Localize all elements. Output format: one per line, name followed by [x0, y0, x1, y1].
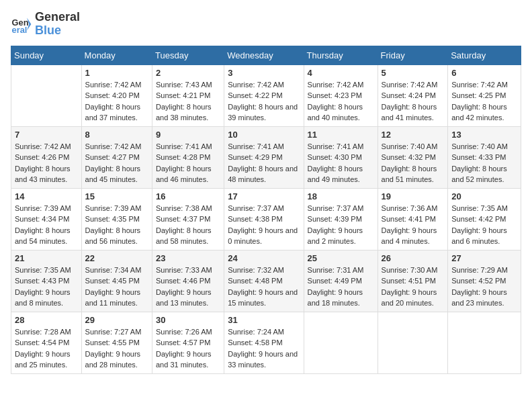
- day-number: 22: [85, 253, 148, 263]
- logo-text: GeneralBlue: [35, 11, 80, 38]
- day-detail: Sunrise: 7:30 AMSunset: 4:51 PMDaylight:…: [382, 265, 445, 309]
- header-cell-saturday: Saturday: [448, 46, 521, 64]
- day-detail: Sunrise: 7:42 AMSunset: 4:27 PMDaylight:…: [85, 141, 148, 185]
- calendar-cell: 13Sunrise: 7:40 AMSunset: 4:33 PMDayligh…: [448, 126, 521, 188]
- logo-icon: Gen eral: [11, 13, 32, 35]
- header-cell-tuesday: Tuesday: [152, 46, 224, 64]
- header-cell-thursday: Thursday: [304, 46, 378, 64]
- calendar-cell: 21Sunrise: 7:35 AMSunset: 4:43 PMDayligh…: [11, 250, 82, 312]
- calendar-cell: 5Sunrise: 7:42 AMSunset: 4:24 PMDaylight…: [378, 64, 448, 126]
- day-number: 26: [382, 253, 445, 263]
- day-number: 23: [156, 253, 220, 263]
- calendar-cell: 4Sunrise: 7:42 AMSunset: 4:23 PMDaylight…: [304, 64, 378, 126]
- calendar-cell: 10Sunrise: 7:41 AMSunset: 4:29 PMDayligh…: [224, 126, 304, 188]
- calendar-cell: 2Sunrise: 7:43 AMSunset: 4:21 PMDaylight…: [152, 64, 224, 126]
- day-detail: Sunrise: 7:40 AMSunset: 4:33 PMDaylight:…: [451, 141, 517, 185]
- day-number: 30: [156, 315, 220, 325]
- logo: Gen eral GeneralBlue: [11, 11, 80, 38]
- calendar-cell: 23Sunrise: 7:33 AMSunset: 4:46 PMDayligh…: [152, 250, 224, 312]
- day-number: 12: [382, 130, 445, 140]
- calendar-cell: 11Sunrise: 7:41 AMSunset: 4:30 PMDayligh…: [304, 126, 378, 188]
- day-number: 29: [85, 315, 148, 325]
- day-number: 10: [228, 130, 300, 140]
- calendar-cell: 27Sunrise: 7:29 AMSunset: 4:52 PMDayligh…: [448, 250, 521, 312]
- day-number: 3: [228, 68, 300, 78]
- day-detail: Sunrise: 7:35 AMSunset: 4:43 PMDaylight:…: [15, 265, 78, 309]
- day-number: 28: [15, 315, 78, 325]
- calendar-cell: 9Sunrise: 7:41 AMSunset: 4:28 PMDaylight…: [152, 126, 224, 188]
- day-number: 16: [156, 191, 220, 201]
- calendar-cell: 19Sunrise: 7:36 AMSunset: 4:41 PMDayligh…: [378, 188, 448, 250]
- day-number: 2: [156, 68, 220, 78]
- day-number: 27: [451, 253, 517, 263]
- day-number: 8: [85, 130, 148, 140]
- day-detail: Sunrise: 7:33 AMSunset: 4:46 PMDaylight:…: [156, 265, 220, 309]
- day-detail: Sunrise: 7:26 AMSunset: 4:57 PMDaylight:…: [156, 326, 220, 371]
- calendar-cell: 14Sunrise: 7:39 AMSunset: 4:34 PMDayligh…: [11, 188, 82, 250]
- day-number: 15: [85, 191, 148, 201]
- day-detail: Sunrise: 7:27 AMSunset: 4:55 PMDaylight:…: [85, 326, 148, 371]
- day-detail: Sunrise: 7:42 AMSunset: 4:25 PMDaylight:…: [451, 79, 517, 124]
- day-detail: Sunrise: 7:41 AMSunset: 4:29 PMDaylight:…: [228, 141, 300, 185]
- day-detail: Sunrise: 7:28 AMSunset: 4:54 PMDaylight:…: [15, 326, 78, 371]
- calendar-cell: 24Sunrise: 7:32 AMSunset: 4:48 PMDayligh…: [224, 250, 304, 312]
- day-number: 11: [308, 130, 374, 140]
- calendar-header: SundayMondayTuesdayWednesdayThursdayFrid…: [11, 46, 521, 64]
- day-number: 24: [228, 253, 300, 263]
- calendar-cell: 6Sunrise: 7:42 AMSunset: 4:25 PMDaylight…: [448, 64, 521, 126]
- day-detail: Sunrise: 7:43 AMSunset: 4:21 PMDaylight:…: [156, 79, 220, 124]
- day-detail: Sunrise: 7:42 AMSunset: 4:26 PMDaylight:…: [15, 141, 78, 185]
- day-number: 17: [228, 191, 300, 201]
- header-cell-wednesday: Wednesday: [224, 46, 304, 64]
- day-number: 13: [451, 130, 517, 140]
- calendar-body: 1Sunrise: 7:42 AMSunset: 4:20 PMDaylight…: [11, 64, 521, 373]
- calendar-cell: 12Sunrise: 7:40 AMSunset: 4:32 PMDayligh…: [378, 126, 448, 188]
- svg-text:eral: eral: [12, 25, 28, 35]
- calendar-cell: 31Sunrise: 7:24 AMSunset: 4:58 PMDayligh…: [224, 312, 304, 373]
- week-row-4: 28Sunrise: 7:28 AMSunset: 4:54 PMDayligh…: [11, 312, 521, 373]
- day-number: 4: [308, 68, 374, 78]
- day-detail: Sunrise: 7:37 AMSunset: 4:39 PMDaylight:…: [308, 203, 374, 247]
- header-cell-sunday: Sunday: [11, 46, 82, 64]
- calendar-cell: 25Sunrise: 7:31 AMSunset: 4:49 PMDayligh…: [304, 250, 378, 312]
- calendar-cell: 17Sunrise: 7:37 AMSunset: 4:38 PMDayligh…: [224, 188, 304, 250]
- day-number: 7: [15, 130, 78, 140]
- calendar-cell: 20Sunrise: 7:35 AMSunset: 4:42 PMDayligh…: [448, 188, 521, 250]
- day-detail: Sunrise: 7:42 AMSunset: 4:23 PMDaylight:…: [308, 79, 374, 124]
- day-detail: Sunrise: 7:40 AMSunset: 4:32 PMDaylight:…: [382, 141, 445, 185]
- day-number: 18: [308, 191, 374, 201]
- calendar-cell: 15Sunrise: 7:39 AMSunset: 4:35 PMDayligh…: [81, 188, 152, 250]
- day-detail: Sunrise: 7:42 AMSunset: 4:22 PMDaylight:…: [228, 79, 300, 124]
- calendar-cell: [304, 312, 378, 373]
- header-cell-monday: Monday: [81, 46, 152, 64]
- day-detail: Sunrise: 7:41 AMSunset: 4:30 PMDaylight:…: [308, 141, 374, 185]
- week-row-2: 14Sunrise: 7:39 AMSunset: 4:34 PMDayligh…: [11, 188, 521, 250]
- header-row: SundayMondayTuesdayWednesdayThursdayFrid…: [11, 46, 521, 64]
- day-number: 25: [308, 253, 374, 263]
- day-detail: Sunrise: 7:29 AMSunset: 4:52 PMDaylight:…: [451, 265, 517, 309]
- calendar-cell: 3Sunrise: 7:42 AMSunset: 4:22 PMDaylight…: [224, 64, 304, 126]
- day-number: 1: [85, 68, 148, 78]
- day-detail: Sunrise: 7:39 AMSunset: 4:34 PMDaylight:…: [15, 203, 78, 247]
- calendar-cell: 16Sunrise: 7:38 AMSunset: 4:37 PMDayligh…: [152, 188, 224, 250]
- day-number: 21: [15, 253, 78, 263]
- week-row-3: 21Sunrise: 7:35 AMSunset: 4:43 PMDayligh…: [11, 250, 521, 312]
- day-detail: Sunrise: 7:39 AMSunset: 4:35 PMDaylight:…: [85, 203, 148, 247]
- calendar-cell: [378, 312, 448, 373]
- day-detail: Sunrise: 7:36 AMSunset: 4:41 PMDaylight:…: [382, 203, 445, 247]
- day-number: 20: [451, 191, 517, 201]
- calendar-table: SundayMondayTuesdayWednesdayThursdayFrid…: [11, 46, 521, 374]
- day-detail: Sunrise: 7:32 AMSunset: 4:48 PMDaylight:…: [228, 265, 300, 309]
- day-detail: Sunrise: 7:31 AMSunset: 4:49 PMDaylight:…: [308, 265, 374, 309]
- day-detail: Sunrise: 7:42 AMSunset: 4:20 PMDaylight:…: [85, 79, 148, 124]
- day-number: 31: [228, 315, 300, 325]
- calendar-cell: [11, 64, 82, 126]
- day-detail: Sunrise: 7:24 AMSunset: 4:58 PMDaylight:…: [228, 326, 300, 371]
- calendar-cell: 28Sunrise: 7:28 AMSunset: 4:54 PMDayligh…: [11, 312, 82, 373]
- day-number: 6: [451, 68, 517, 78]
- day-number: 9: [156, 130, 220, 140]
- day-detail: Sunrise: 7:37 AMSunset: 4:38 PMDaylight:…: [228, 203, 300, 247]
- calendar-cell: 18Sunrise: 7:37 AMSunset: 4:39 PMDayligh…: [304, 188, 378, 250]
- calendar-cell: [448, 312, 521, 373]
- calendar-cell: 30Sunrise: 7:26 AMSunset: 4:57 PMDayligh…: [152, 312, 224, 373]
